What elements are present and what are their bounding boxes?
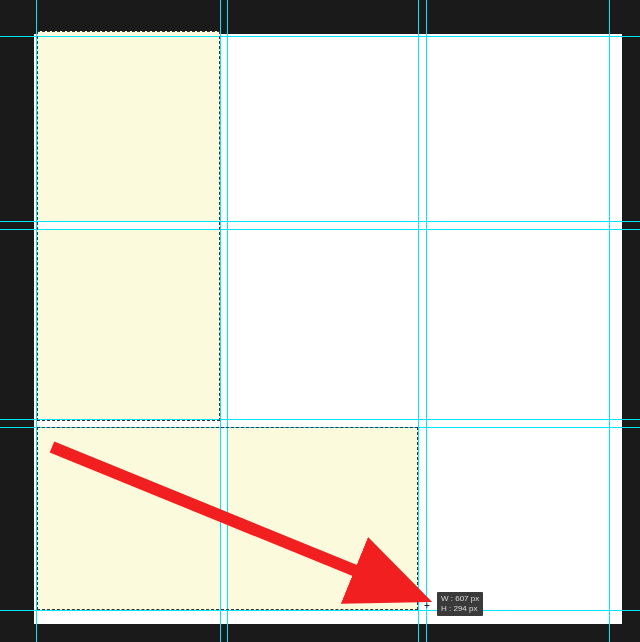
highlight-region [37,229,220,419]
highlight-region [37,427,220,610]
tooltip-width-label: W : 607 px [441,594,479,604]
highlight-region [228,427,418,610]
highlight-region [37,31,220,221]
tooltip-height-label: H : 294 px [441,604,479,614]
dimension-tooltip: W : 607 px H : 294 px [437,592,483,616]
